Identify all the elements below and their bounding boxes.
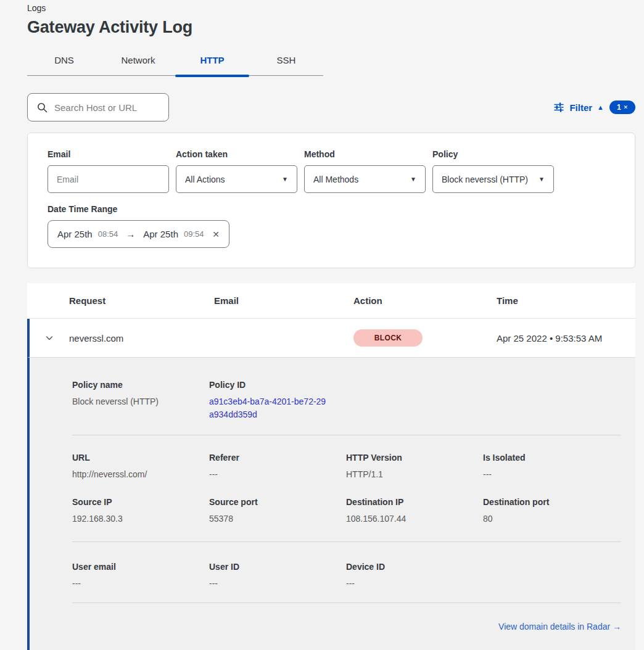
chevron-down-icon: ▼ [282,176,288,183]
detail-referer: Referer --- [209,453,346,481]
row-request: neverssl.com [69,333,214,344]
block-status-badge: BLOCK [353,329,423,347]
search-input[interactable] [54,102,161,113]
policy-select-value: Block neverssl (HTTP) [442,175,528,184]
filter-count-badge[interactable]: 1 ✕ [609,101,635,114]
filter-panel: Email Action taken All Actions ▼ Method … [27,133,635,268]
method-select[interactable]: All Methods ▼ [304,165,426,193]
user-section: User email --- User ID --- Device ID --- [72,542,621,603]
tab-http[interactable]: HTTP [175,50,249,75]
filter-field-date-range: Date Time Range Apr 25th 08:54 → Apr 25t… [47,204,615,248]
filter-row-1: Email Action taken All Actions ▼ Method … [47,149,615,193]
expanded-row-details: Policy name Block neverssl (HTTP) Policy… [27,358,635,650]
filter-button[interactable]: Filter ▲ [553,102,604,113]
column-header-request: Request [69,295,214,306]
date-range-picker[interactable]: Apr 25th 08:54 → Apr 25th 09:54 ✕ [47,220,229,248]
table-row[interactable]: neverssl.com BLOCK Apr 25 2022 • 9:53:53… [27,319,635,358]
search-box[interactable] [27,93,169,121]
action-select[interactable]: All Actions ▼ [176,165,297,193]
tab-bar: DNS Network HTTP SSH [27,50,323,76]
policy-id-link[interactable]: a91c3eb4-ba7a-4201-be72-29a934dd359d [209,395,328,421]
range-start-time: 08:54 [98,229,118,239]
detail-source-ip: Source IP 192.168.30.3 [72,497,209,525]
request-section: URL http://neverssl.com/ Referer --- HTT… [72,435,621,541]
page-title: Gateway Activity Log [27,17,635,38]
filter-button-label: Filter [569,102,592,113]
detail-is-isolated: Is Isolated --- [483,453,620,481]
policy-filter-label: Policy [432,149,554,159]
row-time: Apr 25 2022 • 9:53:53 AM [497,333,635,344]
column-header-time: Time [497,295,635,306]
tab-network[interactable]: Network [101,50,175,75]
row-expand-toggle[interactable] [30,333,69,343]
detail-source-port: Source port 55378 [209,497,346,525]
page-content: Logs Gateway Activity Log DNS Network HT… [27,0,635,650]
row-action: BLOCK [353,329,497,347]
search-icon [37,102,47,113]
arrow-right-icon: → [123,229,138,239]
action-filter-label: Action taken [176,149,297,159]
tab-dns[interactable]: DNS [27,50,101,75]
chevron-down-icon: ▼ [539,176,545,183]
column-header-email: Email [214,295,353,306]
method-filter-label: Method [304,149,426,159]
filter-field-method: Method All Methods ▼ [304,149,426,193]
detail-user-id: User ID --- [209,562,346,590]
chevron-down-icon: ▼ [410,176,416,183]
filter-field-policy: Policy Block neverssl (HTTP) ▼ [432,149,554,193]
chevron-down-icon [44,333,54,343]
policy-id-label: Policy ID [209,380,346,390]
detail-http-version: HTTP Version HTTP/1.1 [346,453,483,481]
filter-count: 1 [617,103,621,112]
policy-section: Policy name Block neverssl (HTTP) Policy… [72,358,621,435]
breadcrumb: Logs [27,0,635,13]
email-filter-input[interactable] [47,165,169,193]
view-radar-link[interactable]: View domain details in Radar → [498,622,621,631]
filter-sliders-icon [553,102,564,113]
range-end-date: Apr 25th [143,229,178,239]
detail-url: URL http://neverssl.com/ [72,453,209,481]
detail-destination-port: Destination port 80 [483,497,620,525]
filter-controls: Filter ▲ 1 ✕ [553,101,635,114]
filter-field-action: Action taken All Actions ▼ [176,149,297,193]
column-header-action: Action [353,295,497,306]
activity-log-table: Request Email Action Time neverssl.com B… [27,283,635,650]
detail-device-id: Device ID --- [346,562,483,590]
radar-link-row: View domain details in Radar → [72,603,621,631]
detail-user-email: User email --- [72,562,209,590]
policy-name-label: Policy name [72,380,209,390]
table-header: Request Email Action Time [27,283,635,319]
range-start-date: Apr 25th [57,229,93,239]
chevron-up-icon: ▲ [597,104,604,111]
clear-date-range-icon[interactable]: ✕ [212,229,220,239]
policy-select[interactable]: Block neverssl (HTTP) ▼ [432,165,554,193]
filter-field-email: Email [47,149,169,193]
action-select-value: All Actions [185,175,225,184]
toolbar: Filter ▲ 1 ✕ [27,93,635,121]
detail-destination-ip: Destination IP 108.156.107.44 [346,497,483,525]
method-select-value: All Methods [313,175,358,184]
policy-name-value: Block neverssl (HTTP) [72,395,209,408]
range-end-time: 09:54 [184,229,204,239]
date-range-label: Date Time Range [47,204,615,214]
detail-policy-name: Policy name Block neverssl (HTTP) [72,380,209,421]
email-filter-label: Email [47,149,169,159]
detail-policy-id: Policy ID a91c3eb4-ba7a-4201-be72-29a934… [209,380,346,421]
clear-filters-icon: ✕ [624,104,629,110]
tab-ssh[interactable]: SSH [249,50,323,75]
